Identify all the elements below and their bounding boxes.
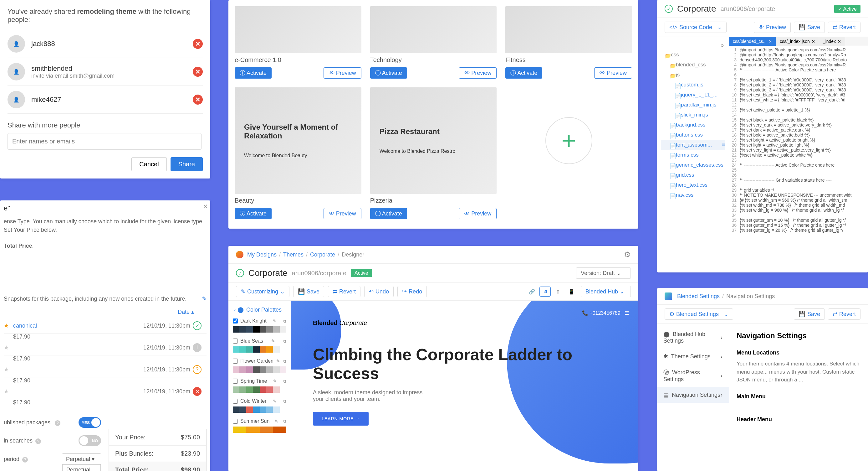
- code-line[interactable]: 4@import url(https://fonts.googleapis.co…: [729, 62, 868, 67]
- remove-icon[interactable]: ✕: [193, 39, 203, 49]
- breadcrumb-link[interactable]: Themes: [283, 252, 304, 258]
- code-line[interactable]: 25: [729, 168, 868, 173]
- preview-button[interactable]: 👁 Preview: [459, 67, 497, 79]
- info-icon[interactable]: ?: [55, 420, 60, 426]
- star-icon[interactable]: ★: [4, 366, 13, 373]
- snapshot-row[interactable]: ★ 12/10/19, 11:30pm ✕: [4, 384, 207, 399]
- editor-tab[interactable]: css/_index.json ✕: [776, 37, 819, 46]
- code-line[interactable]: 5/* --------------------- Active Color P…: [729, 67, 868, 72]
- edit-icon[interactable]: ✎: [273, 379, 277, 384]
- period-select[interactable]: Perpetual ▾ Perpetual: [62, 453, 101, 465]
- edit-icon[interactable]: ✎: [271, 338, 275, 344]
- file-item[interactable]: 📄 buttons.css: [661, 130, 725, 140]
- code-line[interactable]: 9{% set palette_3 = { 'black': '#0e0000'…: [729, 87, 868, 92]
- searches-toggle[interactable]: NO: [79, 435, 101, 446]
- add-template-button[interactable]: +: [505, 87, 632, 194]
- folder-item[interactable]: 📁 css: [661, 50, 725, 60]
- code-line[interactable]: 21{% set very_light = active_palette.ver…: [729, 147, 868, 152]
- file-item[interactable]: 📄 parallax_min.js: [661, 100, 725, 110]
- close-icon[interactable]: ✕: [203, 203, 208, 210]
- mobile-icon[interactable]: 📱: [566, 287, 577, 297]
- code-line[interactable]: 36{% set gutter_md = 15 %} /* theme grid…: [729, 223, 868, 228]
- file-item[interactable]: 📄 slick_min.js: [661, 110, 725, 120]
- save-button[interactable]: 💾 Save: [794, 308, 825, 320]
- edit-icon[interactable]: ✎: [273, 399, 277, 404]
- preview-button[interactable]: 👁 Preview: [323, 208, 362, 219]
- status-icon[interactable]: i: [193, 343, 202, 352]
- desktop-icon[interactable]: 🖥: [539, 287, 551, 297]
- palette-checkbox[interactable]: [233, 399, 238, 404]
- version-select[interactable]: Version: Draft ⌄: [576, 267, 631, 279]
- code-line[interactable]: 11{% set test_white = { 'black': '#FFFFF…: [729, 97, 868, 102]
- activate-button[interactable]: ⓘ Activate: [370, 208, 407, 219]
- back-button[interactable]: ‹ ⬤ Color Palettes: [231, 304, 287, 316]
- revert-button[interactable]: ⇄ Revert: [328, 286, 361, 297]
- code-line[interactable]: 28: [729, 183, 868, 187]
- code-line[interactable]: 26: [729, 173, 868, 178]
- preview-button[interactable]: 👁 Preview: [323, 67, 362, 79]
- code-line[interactable]: 22{%set white = active_palette.white %}: [729, 152, 868, 157]
- date-column-header[interactable]: Date ▴: [4, 306, 207, 318]
- folder-item[interactable]: 📁 js: [661, 70, 725, 80]
- share-button[interactable]: Share: [170, 157, 203, 171]
- code-line[interactable]: 20{% set light = active_palette.light %}: [729, 143, 868, 147]
- palette-checkbox[interactable]: [233, 338, 238, 344]
- file-item[interactable]: 📄 grid.css: [661, 170, 725, 180]
- save-button[interactable]: 💾 Save: [794, 22, 825, 33]
- link-icon[interactable]: 🔗: [526, 287, 537, 297]
- palette-item[interactable]: Dark Knight ✎ ⧉: [231, 316, 287, 326]
- copy-icon[interactable]: ⧉: [283, 338, 286, 344]
- code-line[interactable]: 27/* --------------------- Grid variable…: [729, 178, 868, 183]
- activate-button[interactable]: ⓘ Activate: [235, 208, 272, 219]
- file-item[interactable]: 📄 jquery_1_11_...: [661, 90, 725, 100]
- palette-item[interactable]: Spring Time ✎ ⧉: [231, 376, 287, 386]
- learn-more-button[interactable]: LEARN MORE →: [313, 412, 369, 425]
- source-code-dropdown[interactable]: </> Source Code ⌄: [664, 22, 726, 33]
- status-icon[interactable]: ?: [193, 365, 202, 374]
- settings-nav-item[interactable]: ⬤ Blended Hub Settings›: [657, 326, 729, 349]
- code-line[interactable]: 24/* --------------------- Active Color …: [729, 163, 868, 168]
- code-line[interactable]: 6: [729, 72, 868, 77]
- code-line[interactable]: 16{% set very_dark = active_palette.very…: [729, 122, 868, 127]
- preview-button[interactable]: 👁 Preview: [594, 67, 632, 79]
- file-item[interactable]: 📄 hero_text.css: [661, 180, 725, 190]
- snapshot-row[interactable]: ★ 12/10/19, 11:30pm ?: [4, 362, 207, 377]
- code-line[interactable]: 10{% set test_black = { 'black': '#00000…: [729, 92, 868, 97]
- copy-icon[interactable]: ⧉: [283, 359, 286, 364]
- revert-button[interactable]: ⇄ Revert: [828, 22, 861, 33]
- snapshot-row[interactable]: ★ canonical 12/10/19, 11:30pm ✓: [4, 318, 207, 333]
- palette-checkbox[interactable]: [233, 359, 238, 363]
- breadcrumb-link[interactable]: My Designs: [247, 252, 277, 258]
- file-item[interactable]: 📄 font_awesom... ≡: [661, 140, 725, 150]
- star-icon[interactable]: ★: [4, 344, 13, 351]
- share-input[interactable]: [7, 133, 202, 150]
- code-line[interactable]: 8{% set palette_2 = { 'black': '#000000'…: [729, 82, 868, 87]
- status-icon[interactable]: ✕: [193, 387, 202, 396]
- code-line[interactable]: 17{% set dark = active_palette.dark %}: [729, 127, 868, 133]
- status-icon[interactable]: ✓: [193, 321, 202, 330]
- file-item[interactable]: 📄 forms.css: [661, 150, 725, 160]
- activate-button[interactable]: ⓘ Activate: [235, 67, 272, 79]
- settings-dropdown[interactable]: ⚙ Blended Settings ⌄: [664, 308, 733, 320]
- code-line[interactable]: 29/* grid variables */: [729, 187, 868, 193]
- palette-checkbox[interactable]: [233, 319, 238, 324]
- breadcrumb-link[interactable]: Corporate: [310, 252, 335, 258]
- code-line[interactable]: 15{% set black = active_palette.black %}: [729, 117, 868, 122]
- redo-button[interactable]: ↷ Redo: [397, 286, 427, 297]
- code-line[interactable]: 7{% set palette_1 = { 'black': '#0e0000'…: [729, 77, 868, 82]
- code-line[interactable]: 31{# {% set width_sm = 960 %} /* theme g…: [729, 198, 868, 203]
- palette-item[interactable]: Flower Garden ✎ ⧉: [231, 356, 287, 366]
- copy-icon[interactable]: ⧉: [283, 379, 286, 384]
- code-line[interactable]: 35{% set gutter_sm = 10 %} /* theme grid…: [729, 218, 868, 223]
- code-line[interactable]: 2@import url(http://fonts.googleapis.com…: [729, 52, 868, 57]
- info-icon[interactable]: ?: [22, 457, 28, 463]
- editor-tab[interactable]: css/blended_cs... ✕: [729, 37, 776, 46]
- template-thumbnail[interactable]: Pizza Restaurant Welcome to Blended Pizz…: [370, 87, 497, 194]
- tablet-icon[interactable]: ▯: [553, 287, 564, 297]
- palette-checkbox[interactable]: [233, 419, 238, 424]
- preview-button[interactable]: 👁 Preview: [459, 208, 497, 219]
- copy-icon[interactable]: ⧉: [283, 419, 286, 424]
- palette-checkbox[interactable]: [233, 379, 238, 384]
- template-thumbnail[interactable]: Give Yourself a Moment of Relaxation Wel…: [235, 87, 362, 194]
- crumb-blended-settings[interactable]: Blended Settings: [677, 293, 720, 300]
